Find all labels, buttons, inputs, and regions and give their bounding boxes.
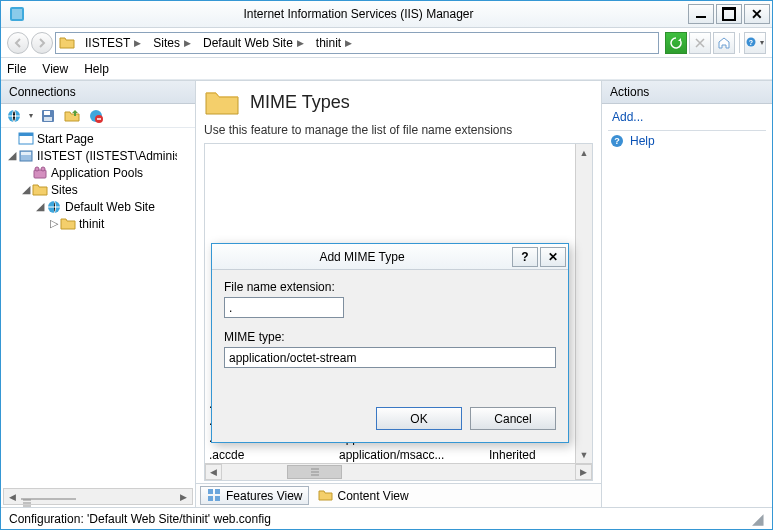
address-bar: IISTEST▶ Sites▶ Default Web Site▶ thinit… (1, 28, 772, 58)
svg-point-16 (41, 167, 45, 171)
tab-label: Features View (226, 489, 302, 503)
scroll-left-icon[interactable]: ◀ (205, 464, 222, 480)
grid-horizontal-scrollbar[interactable]: ◀ ▶ (205, 463, 592, 480)
tree-thinit[interactable]: ▷thinit (3, 215, 195, 232)
maximize-button[interactable] (716, 4, 742, 24)
page-description: Use this feature to manage the list of f… (204, 123, 593, 137)
table-row[interactable]: .accdeapplication/msacc...Inherited (205, 446, 575, 463)
breadcrumb-item[interactable]: Sites▶ (147, 33, 197, 53)
tree-label: thinit (79, 217, 104, 231)
extension-input[interactable] (224, 297, 344, 318)
home-button[interactable] (713, 32, 735, 54)
resize-grip-icon[interactable]: ◢ (752, 514, 764, 524)
svg-rect-6 (44, 111, 50, 115)
tab-content-view[interactable]: Content View (311, 486, 415, 505)
collapse-icon[interactable]: ◢ (19, 183, 32, 196)
stop-button[interactable] (689, 32, 711, 54)
tree-label: IISTEST (IISTEST\Administrator) (37, 149, 177, 163)
dialog-close-button[interactable]: ✕ (540, 247, 566, 267)
chevron-right-icon: ▶ (184, 38, 191, 48)
tree-label: Application Pools (51, 166, 143, 180)
breadcrumb-label: thinit (316, 36, 341, 50)
title-bar: Internet Information Services (IIS) Mana… (1, 1, 772, 28)
minimize-button[interactable] (688, 4, 714, 24)
mime-type-input[interactable] (224, 347, 556, 368)
tree-start-page[interactable]: Start Page (3, 130, 195, 147)
app-icon (9, 6, 25, 22)
breadcrumb-item[interactable]: thinit▶ (310, 33, 358, 53)
menu-view[interactable]: View (42, 62, 68, 76)
collapse-icon[interactable]: ◢ (33, 200, 46, 213)
scroll-right-icon[interactable]: ▶ (175, 489, 192, 504)
remove-connection-icon[interactable] (87, 107, 105, 125)
help-icon: ? (610, 134, 624, 148)
tree-apppools[interactable]: Application Pools (3, 164, 195, 181)
scroll-down-icon[interactable]: ▼ (576, 446, 592, 463)
ok-button[interactable]: OK (376, 407, 462, 430)
menu-bar: File View Help (1, 58, 772, 80)
collapse-icon[interactable]: ◢ (5, 149, 18, 162)
svg-rect-14 (34, 170, 46, 178)
tree-label: Sites (51, 183, 78, 197)
menu-file[interactable]: File (7, 62, 26, 76)
scroll-left-icon[interactable]: ◀ (4, 489, 21, 504)
refresh-button[interactable] (665, 32, 687, 54)
action-help[interactable]: ? Help (602, 131, 772, 151)
page-title: MIME Types (250, 92, 350, 113)
connections-header: Connections (1, 81, 195, 104)
svg-rect-7 (44, 117, 52, 121)
open-icon[interactable] (63, 107, 81, 125)
scroll-up-icon[interactable]: ▲ (576, 144, 592, 161)
dialog-help-button[interactable]: ? (512, 247, 538, 267)
view-switcher: Features View Content View (196, 483, 601, 507)
tree-label: Default Web Site (65, 200, 155, 214)
content-view-icon (318, 488, 333, 503)
breadcrumb-item[interactable]: IISTEST▶ (79, 33, 147, 53)
folder-icon (59, 35, 75, 51)
main-window: Internet Information Services (IIS) Mana… (0, 0, 773, 530)
tree-sites[interactable]: ◢Sites (3, 181, 195, 198)
scroll-thumb[interactable] (287, 465, 342, 479)
grid-vertical-scrollbar[interactable]: ▲ ▼ (575, 144, 592, 463)
svg-rect-13 (21, 152, 31, 155)
chevron-right-icon: ▶ (134, 38, 141, 48)
tab-label: Content View (337, 489, 408, 503)
add-mime-type-dialog: Add MIME Type ? ✕ File name extension: M… (211, 243, 569, 443)
nav-forward-button[interactable] (31, 32, 53, 54)
status-bar: Configuration: 'Default Web Site/thinit'… (1, 507, 772, 529)
connections-toolbar: ▾ (1, 104, 195, 128)
connect-icon[interactable] (5, 107, 23, 125)
dialog-title: Add MIME Type (212, 250, 512, 264)
tab-features-view[interactable]: Features View (200, 486, 309, 505)
svg-point-15 (35, 167, 39, 171)
breadcrumb-item[interactable]: Default Web Site▶ (197, 33, 310, 53)
status-text: Configuration: 'Default Web Site/thinit'… (9, 512, 271, 526)
help-dropdown-button[interactable]: ?▾ (744, 32, 766, 54)
svg-text:?: ? (614, 136, 620, 146)
svg-rect-11 (19, 133, 33, 136)
menu-help[interactable]: Help (84, 62, 109, 76)
actions-pane: Actions Add... ? Help (602, 81, 772, 507)
expand-icon[interactable]: ▷ (47, 217, 60, 230)
svg-rect-21 (215, 496, 220, 501)
tree-horizontal-scrollbar[interactable]: ◀ ▶ (3, 488, 193, 505)
breadcrumb[interactable]: IISTEST▶ Sites▶ Default Web Site▶ thinit… (55, 32, 659, 54)
tree-default-site[interactable]: ◢Default Web Site (3, 198, 195, 215)
tree-label: Start Page (37, 132, 94, 146)
svg-rect-20 (208, 496, 213, 501)
breadcrumb-label: Sites (153, 36, 180, 50)
tree-server[interactable]: ◢IISTEST (IISTEST\Administrator) (3, 147, 195, 164)
svg-text:?: ? (749, 39, 753, 46)
svg-rect-19 (215, 489, 220, 494)
connections-tree[interactable]: Start Page ◢IISTEST (IISTEST\Administrat… (1, 128, 195, 507)
save-icon[interactable] (39, 107, 57, 125)
extension-label: File name extension: (224, 280, 556, 294)
body: Connections ▾ Start Page ◢IISTEST (IISTE… (1, 80, 772, 507)
cancel-button[interactable]: Cancel (470, 407, 556, 430)
action-add[interactable]: Add... (602, 104, 772, 130)
scroll-right-icon[interactable]: ▶ (575, 464, 592, 480)
nav-back-button[interactable] (7, 32, 29, 54)
chevron-right-icon: ▶ (297, 38, 304, 48)
scroll-thumb[interactable] (21, 498, 76, 500)
close-button[interactable]: ✕ (744, 4, 770, 24)
